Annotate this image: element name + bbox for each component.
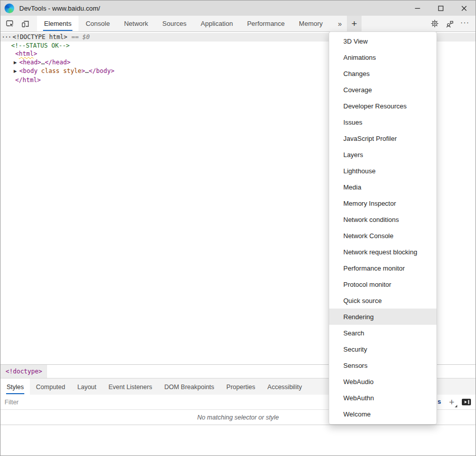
more-tools-menu: 3D ViewAnimationsChangesCoverageDevelope… [329,31,437,425]
html-tag-name: html [19,50,33,57]
devtools-window: DevTools - www.baidu.com/ [0,0,476,456]
menu-item[interactable]: Performance monitor [329,260,437,276]
menu-item[interactable]: Sensors [329,357,437,373]
minimize-button[interactable] [406,1,429,16]
body-attributes: class style [37,67,82,74]
menu-item[interactable]: Rendering [329,309,437,325]
menu-item[interactable]: WebAuthn [329,390,437,406]
panel-tab[interactable]: Network [117,16,155,31]
menu-item[interactable]: WebAudio [329,373,437,390]
selector-hint: == $0 [71,33,90,41]
breadcrumb-doctype[interactable]: <!doctype> [1,365,47,378]
cls-button-partial[interactable]: s [438,398,441,405]
new-style-rule-button[interactable]: + [446,396,458,408]
window-title: DevTools - www.baidu.com/ [19,5,100,12]
title-bar: DevTools - www.baidu.com/ [1,1,475,16]
panel-tab[interactable]: Elements [37,16,78,31]
toggle-sidebar-icon[interactable] [461,398,471,408]
menu-item[interactable]: Search [329,325,437,341]
menu-item[interactable]: Issues [329,114,437,130]
menu-item[interactable]: Lighthouse [329,163,437,179]
panel-tab[interactable]: Performance [240,16,292,31]
no-matching-message: No matching selector or style [197,414,279,421]
styles-tab[interactable]: Accessibility [261,378,308,395]
menu-item[interactable]: Security [329,341,437,357]
settings-gear-icon[interactable] [427,16,442,31]
inspect-element-icon[interactable] [3,16,18,31]
panel-tab[interactable]: Sources [155,16,194,31]
doctype-text: <!DOCTYPE html> [13,33,67,41]
add-tools-button[interactable]: + [347,16,362,31]
menu-item[interactable]: Quick source [329,292,437,309]
node-dots: ··· [2,33,11,41]
styles-filter-input[interactable] [5,399,156,406]
toolbar-right: ··· [427,16,475,31]
menu-item[interactable]: 3D View [329,33,437,49]
menu-item[interactable]: Memory Inspector [329,195,437,211]
feedback-icon[interactable] [442,16,457,31]
panel-tabs: ElementsConsoleNetworkSourcesApplication… [37,16,330,31]
menu-item[interactable]: Network conditions [329,211,437,227]
more-options-icon[interactable]: ··· [457,16,472,31]
close-button[interactable] [452,1,475,16]
styles-tab[interactable]: Styles [1,378,30,395]
expand-arrow-icon[interactable]: ▶ [14,67,19,76]
menu-item[interactable]: Layers [329,146,437,163]
device-toolbar-icon[interactable] [18,16,33,31]
menu-item[interactable]: Network request blocking [329,244,437,260]
expand-arrow-icon[interactable]: ▶ [14,59,19,67]
panel-tab[interactable]: Memory [292,16,330,31]
menu-item[interactable]: Network Console [329,227,437,244]
window-controls [406,1,475,16]
menu-item[interactable]: Changes [329,65,437,82]
menu-item[interactable]: Media [329,179,437,195]
styles-tab[interactable]: Computed [30,378,71,395]
menu-item[interactable]: Developer Resources [329,98,437,114]
styles-tab[interactable]: Properties [220,378,261,395]
styles-tab[interactable]: Event Listeners [102,378,158,395]
devtools-toolbar: ElementsConsoleNetworkSourcesApplication… [1,16,475,32]
panel-tab[interactable]: Console [78,16,117,31]
menu-item[interactable]: Protocol monitor [329,276,437,292]
maximize-button[interactable] [429,1,452,16]
menu-item[interactable]: Welcome [329,406,437,422]
more-tabs-icon[interactable]: » [333,16,347,31]
styles-tab[interactable]: Layout [71,378,103,395]
menu-item[interactable]: JavaScript Profiler [329,130,437,146]
edge-logo-icon [5,4,14,13]
menu-item[interactable]: Coverage [329,82,437,98]
styles-tab[interactable]: DOM Breakpoints [158,378,220,395]
menu-item[interactable]: Animations [329,49,437,65]
panel-tab[interactable]: Application [193,16,240,31]
